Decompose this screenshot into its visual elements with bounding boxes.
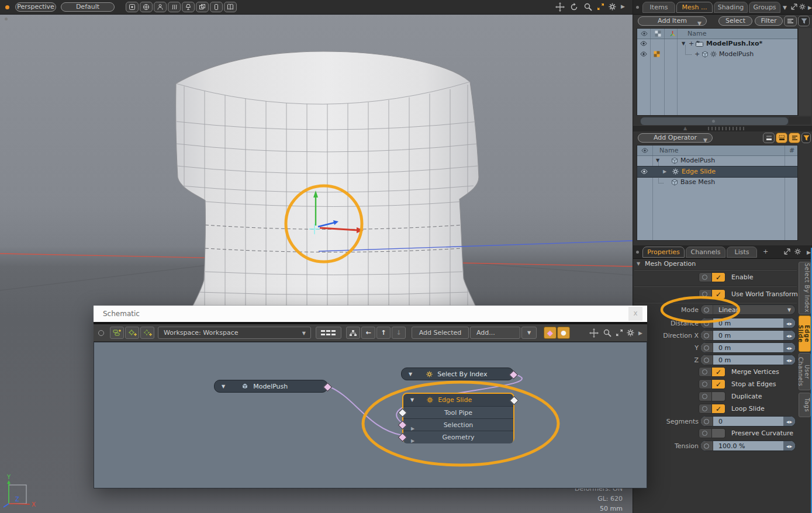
splitter-collapse-icon[interactable]: ▲ [683, 126, 687, 131]
viewport-more-chevron-icon[interactable]: ▶ [621, 4, 625, 9]
schematic-close-button[interactable]: x [628, 307, 642, 321]
op-row-edge-slide-selected[interactable]: ▶ Edge Slide [637, 166, 797, 178]
nav-left-arrow-icon[interactable]: ← [361, 327, 375, 339]
ops-view-list-icon[interactable] [789, 133, 800, 143]
layout-checker-icon-active[interactable] [654, 51, 660, 57]
enable-checkbox[interactable]: ✓ [699, 272, 725, 282]
side-tab-edge-slide[interactable]: Edge Slide [799, 316, 811, 352]
direction-y-spinner[interactable]: ◀▶ [783, 343, 795, 352]
item-list-hscrollbar[interactable] [640, 117, 789, 126]
node-row-geometry[interactable]: ▶ Geometry [403, 431, 513, 443]
shading-style-dropdown[interactable]: Default [61, 2, 115, 12]
node-collapse-icon[interactable]: ▼ [409, 372, 412, 377]
add-selected-button[interactable]: Add Selected [412, 327, 469, 339]
item-row-scene[interactable]: ▼ + ModelPush.lxo* [637, 39, 797, 49]
props-expand-icon[interactable] [784, 248, 790, 255]
tab-add-plus[interactable]: + [763, 248, 768, 255]
add-node-icon[interactable] [125, 327, 139, 339]
add-operator-dropdown[interactable]: Add Operator ▼ [638, 133, 713, 143]
node-row-tool-pipe[interactable]: Tool Pipe [403, 406, 513, 419]
tab-mesh[interactable]: Mesh ... [676, 2, 713, 13]
schematic-more-chevron-icon[interactable]: ▶ [638, 330, 642, 336]
side-tab-user-channels[interactable]: User Channels [799, 353, 811, 390]
direction-z-spinner[interactable]: ◀▶ [783, 355, 795, 365]
distance-spinner[interactable]: ◀▶ [783, 318, 795, 328]
direction-x-spinner[interactable]: ◀▶ [783, 331, 795, 340]
node-collapse-icon[interactable]: ▼ [222, 384, 225, 389]
panel-expand-icon[interactable] [791, 4, 797, 10]
viewport-camera-person-icon[interactable] [154, 2, 167, 12]
props-more-chevron-icon[interactable]: ▶ [807, 249, 811, 255]
direction-x-field[interactable]: 0 m ◀▶ [700, 330, 796, 341]
preserve-curvature-checkbox[interactable]: ✓ [699, 428, 725, 438]
ops-filter-funnel-icon[interactable] [801, 133, 811, 143]
node-edge-slide-selected[interactable]: ▼ Edge Slide Tool Pipe ▶ Selection ▶ [402, 393, 514, 443]
expand-triangle-icon[interactable]: ▶ [663, 169, 666, 174]
nav-down-arrow-icon[interactable]: ↓ [392, 327, 406, 339]
viewport-light-icon[interactable] [182, 2, 195, 12]
row-expand-icon[interactable]: ▶ [411, 435, 414, 447]
side-tab-select-by-index[interactable]: Select By Index [799, 262, 811, 314]
panel-splitter[interactable]: ▲ [633, 125, 812, 131]
segments-field[interactable]: 0 ◀▶ [700, 416, 796, 427]
viewport-overlap-squares-icon[interactable] [196, 2, 209, 12]
hierarchy-tree-icon[interactable] [346, 327, 360, 339]
item-filter-funnel-icon[interactable] [798, 16, 810, 26]
add-more-dropdown-icon[interactable]: ▼ [521, 327, 537, 339]
show-channels-diamond-toggle[interactable]: ◆ [544, 327, 557, 339]
tab-shading[interactable]: Shading [714, 2, 748, 13]
direction-z-field[interactable]: 0 m ◀▶ [700, 355, 796, 365]
viewport-book-icon[interactable] [224, 2, 237, 12]
section-collapse-icon[interactable]: ▼ [637, 261, 640, 266]
node-collapse-icon[interactable]: ▼ [410, 397, 414, 403]
distance-field[interactable]: 0 m ◀▶ [700, 318, 796, 328]
loop-slide-checkbox[interactable]: ✓ [699, 404, 725, 414]
tab-properties[interactable]: Properties [642, 247, 685, 258]
tension-field[interactable]: 100.0 % ◀▶ [700, 441, 796, 451]
viewport-page-icon[interactable] [210, 2, 223, 12]
ops-view-dashed-icon[interactable] [776, 133, 787, 143]
tab-lists[interactable]: Lists [727, 247, 757, 258]
stop-at-edges-checkbox[interactable]: ✓ [699, 379, 725, 389]
tension-spinner[interactable]: ◀▶ [783, 441, 795, 450]
item-list-vscrollbar[interactable] [798, 28, 811, 116]
direction-y-field[interactable]: 0 m ◀▶ [700, 342, 796, 353]
tab-channels[interactable]: Channels [686, 247, 725, 258]
workspace-dropdown[interactable]: Workspace: Workspace ▼ [158, 327, 311, 339]
select-button[interactable]: Select [718, 16, 752, 26]
eye-icon[interactable] [641, 169, 648, 174]
segments-spinner[interactable]: ◀▶ [783, 417, 795, 426]
plus-icon[interactable]: + [694, 50, 700, 58]
node-row-selection[interactable]: ▶ Selection [403, 418, 513, 431]
schematic-zo om-icon[interactable] [603, 329, 611, 337]
side-tab-tags[interactable]: Tags [799, 393, 811, 417]
use-world-transform-checkbox[interactable]: ✓ [699, 289, 725, 299]
add-more-dropdown[interactable]: Add... [470, 327, 520, 339]
add-group-icon[interactable] [140, 327, 154, 339]
edge-slide-node-header[interactable]: ▼ Edge Slide [403, 394, 513, 406]
schematic-gear-icon[interactable] [627, 329, 634, 337]
eye-icon[interactable] [640, 41, 647, 46]
node-select-by-index[interactable]: ▼ Select By Index [401, 368, 514, 380]
duplicate-checkbox[interactable]: ✓ [699, 391, 725, 401]
viewport-waves-icon[interactable] [168, 2, 181, 12]
merge-vertices-checkbox[interactable]: ✓ [699, 367, 725, 377]
show-nodes-circle-toggle[interactable]: ● [557, 327, 570, 339]
filter-button[interactable]: Filter [755, 16, 783, 26]
op-row-base-mesh[interactable]: Base Mesh [637, 177, 797, 188]
list-options-icon[interactable] [784, 16, 797, 26]
section-mesh-operation[interactable]: ▼ Mesh Operation [633, 259, 812, 271]
schematic-titlebar[interactable]: Schematic x [94, 306, 647, 322]
panel-gear-icon[interactable] [799, 4, 806, 10]
viewport-globe-icon[interactable] [140, 2, 153, 12]
tab-items[interactable]: Items [642, 2, 675, 13]
nav-up-arrow-icon[interactable]: ↑ [376, 327, 391, 339]
schematic-pan-icon[interactable] [589, 328, 599, 338]
add-item-dropdown[interactable]: Add Item ▼ [638, 16, 707, 26]
add-workspace-icon[interactable] [110, 327, 124, 339]
mode-dropdown[interactable]: Linear ▼ [700, 304, 796, 315]
panel-more-chevron-icon[interactable]: ▶ [808, 5, 812, 11]
viewport-gear-icon[interactable] [609, 3, 616, 11]
tab-groups[interactable]: Groups [749, 2, 780, 13]
viewport-expand-icon[interactable] [597, 3, 604, 11]
